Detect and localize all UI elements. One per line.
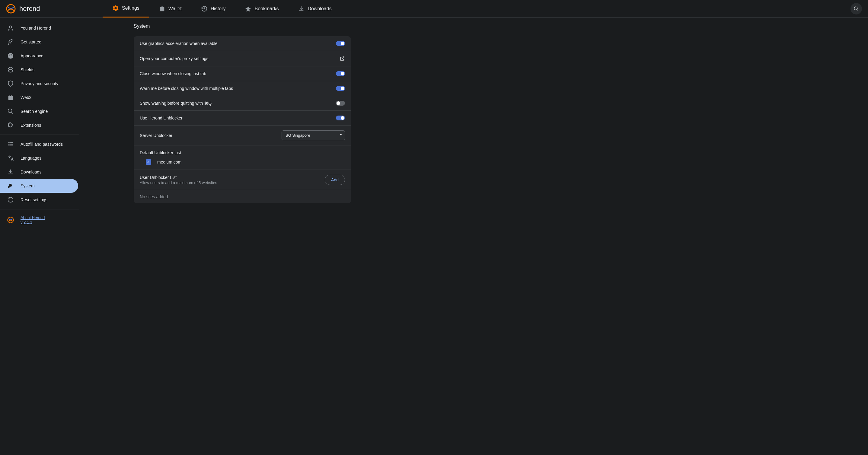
tab-label: Downloads [308, 6, 331, 11]
person-icon [7, 25, 14, 31]
star-icon [245, 5, 251, 12]
sidebar-item-get-started[interactable]: Get started [0, 35, 78, 49]
svg-point-4 [8, 53, 13, 59]
settings-card: Use graphics acceleration when available… [134, 36, 351, 203]
setting-row: Show warning before quitting with ⌘Q [134, 96, 351, 111]
toggle-knob [337, 101, 340, 105]
svg-point-12 [10, 144, 10, 144]
svg-point-7 [11, 56, 12, 57]
wallet-icon [159, 5, 165, 12]
herond-logo-icon [6, 4, 16, 13]
sidebar-item-reset-settings[interactable]: Reset settings [0, 193, 78, 207]
extension-icon [7, 122, 14, 129]
tab-label: Bookmarks [254, 6, 279, 11]
tab-bookmarks[interactable]: Bookmarks [235, 0, 288, 18]
user-unblocker-subtitle: Allow users to add a maximum of 5 websit… [140, 181, 217, 185]
user-unblocker-header: User Unblocker ListAllow users to add a … [134, 170, 351, 190]
reset-icon [7, 196, 14, 203]
checkbox[interactable]: ✓ [146, 159, 151, 165]
tab-label: Settings [122, 5, 140, 11]
sidebar-item-languages[interactable]: Languages [0, 151, 78, 165]
translate-icon [7, 155, 14, 161]
sidebar-item-privacy-and-security[interactable]: Privacy and security [0, 77, 78, 91]
sidebar-item-system[interactable]: System [0, 179, 78, 193]
sidebar-item-label: Web3 [21, 95, 31, 100]
setting-label: Use graphics acceleration when available [140, 41, 218, 46]
tab-downloads[interactable]: Downloads [288, 0, 341, 18]
setting-row: Use Herond Unblocker [134, 111, 351, 126]
download-icon [7, 169, 14, 175]
sidebar-item-web3[interactable]: Web3 [0, 91, 78, 104]
sidebar-item-label: Appearance [21, 54, 43, 58]
sidebar-item-appearance[interactable]: Appearance [0, 49, 78, 63]
external-link-icon[interactable] [340, 56, 345, 61]
sidebar-item-label: Downloads [21, 169, 41, 174]
header-tabs: SettingsWalletHistoryBookmarksDownloads [103, 0, 850, 18]
setting-label: Server Unblocker [140, 133, 172, 138]
search-icon [854, 6, 859, 11]
search-button[interactable] [850, 3, 862, 14]
setting-label: Warn me before closing window with multi… [140, 86, 233, 91]
sidebar-item-label: Privacy and security [21, 81, 58, 86]
default-unblocker-section: Default Unblocker List✓medium.com [134, 145, 351, 170]
toggle-knob [341, 72, 344, 75]
sidebar-item-label: Shields [21, 67, 34, 72]
herond-shield-icon [7, 66, 14, 73]
about-link[interactable]: About Herond [21, 216, 45, 220]
logo-section: herond [6, 4, 103, 13]
tab-wallet[interactable]: Wallet [149, 0, 191, 18]
sidebar-item-autofill-and-passwords[interactable]: Autofill and passwords [0, 137, 78, 151]
sidebar-item-search-engine[interactable]: Search engine [0, 104, 78, 118]
palette-icon [7, 53, 14, 59]
svg-point-1 [854, 7, 858, 10]
herond-logo-icon [7, 217, 14, 223]
toggle[interactable] [336, 71, 345, 76]
sidebar-about: About Herondv 2.1.1 [0, 212, 80, 228]
add-button[interactable]: Add [325, 175, 345, 185]
svg-point-9 [8, 109, 12, 113]
rocket-icon [7, 39, 14, 45]
toggle[interactable] [336, 41, 345, 46]
brand-name: herond [19, 5, 40, 13]
sidebar-item-label: Extensions [21, 123, 41, 128]
gear-icon [112, 5, 119, 11]
toggle[interactable] [336, 86, 345, 91]
tab-history[interactable]: History [191, 0, 236, 18]
svg-line-2 [857, 9, 858, 10]
setting-label: Open your computer's proxy settings [140, 56, 209, 61]
unblocker-item: ✓medium.com [140, 155, 345, 165]
sidebar-item-you-and-herond[interactable]: You and Herond [0, 21, 78, 35]
toggle-knob [341, 116, 344, 120]
setting-row: Server UnblockerSG Singapore [134, 126, 351, 145]
setting-row: Close window when closing last tab [134, 66, 351, 81]
header: herond SettingsWalletHistoryBookmarksDow… [0, 0, 868, 18]
svg-point-11 [10, 142, 10, 143]
toggle[interactable] [336, 101, 345, 106]
sidebar-item-extensions[interactable]: Extensions [0, 118, 78, 132]
setting-row: Use graphics acceleration when available [134, 36, 351, 51]
history-icon [201, 5, 208, 12]
sidebar-item-label: Search engine [21, 109, 48, 114]
toggle[interactable] [336, 116, 345, 120]
sidebar-item-label: System [21, 184, 35, 188]
setting-label: Use Herond Unblocker [140, 116, 183, 120]
sidebar-item-label: Get started [21, 39, 41, 44]
version-link[interactable]: v 2.1.1 [21, 220, 45, 225]
wrench-icon [7, 183, 14, 189]
server-select[interactable]: SG Singapore [282, 130, 345, 140]
sidebar-item-downloads[interactable]: Downloads [0, 165, 78, 179]
toggle-knob [341, 42, 344, 45]
tab-settings[interactable]: Settings [103, 0, 149, 18]
sidebar-divider [0, 209, 80, 209]
unblocker-domain: medium.com [157, 160, 181, 164]
user-unblocker-title: User Unblocker List [140, 175, 217, 180]
sidebar-item-label: Reset settings [21, 197, 48, 202]
setting-row: Open your computer's proxy settings [134, 51, 351, 66]
setting-row: Warn me before closing window with multi… [134, 81, 351, 96]
svg-point-3 [9, 26, 11, 28]
sidebar-item-shields[interactable]: Shields [0, 63, 78, 77]
sidebar: You and HerondGet startedAppearanceShiel… [0, 18, 80, 455]
default-unblocker-title: Default Unblocker List [140, 150, 345, 155]
main: You and HerondGet startedAppearanceShiel… [0, 18, 868, 455]
shield-icon [7, 80, 14, 87]
